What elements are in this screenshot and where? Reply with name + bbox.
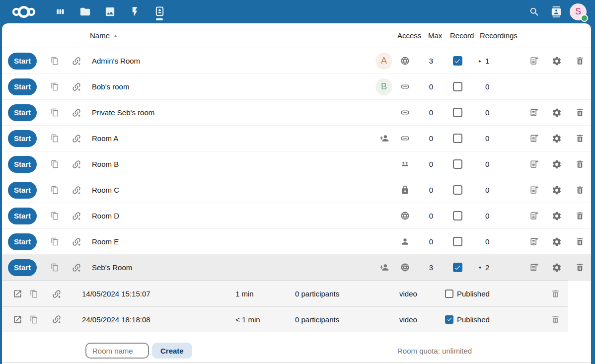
column-header-name[interactable]: Name ▲	[90, 23, 118, 48]
room-recordings-toggle[interactable]: 0	[466, 108, 519, 117]
delete-room-button[interactable]	[568, 203, 591, 228]
delete-room-button[interactable]	[568, 126, 591, 151]
room-settings-button[interactable]	[545, 255, 568, 280]
room-recordings-toggle[interactable]: ▾ 2	[466, 263, 519, 272]
trash-icon[interactable]	[551, 289, 560, 298]
room-recordings-toggle[interactable]: 0	[466, 237, 519, 246]
link-plus-icon[interactable]	[72, 108, 81, 118]
record-checkbox[interactable]	[453, 211, 462, 220]
trash-icon	[575, 237, 585, 246]
record-checkbox[interactable]	[453, 108, 462, 117]
edit-room-button[interactable]	[522, 151, 545, 177]
contacts-button[interactable]	[545, 0, 567, 23]
published-checkbox[interactable]	[445, 290, 453, 298]
record-checkbox[interactable]	[453, 82, 462, 91]
app-dashboard-button[interactable]	[48, 0, 73, 23]
link-plus-icon[interactable]	[52, 289, 62, 299]
recording-date: 14/05/2024 15:15:07	[74, 290, 226, 298]
delete-room-button[interactable]	[568, 255, 591, 280]
delete-room-button[interactable]	[568, 48, 591, 73]
record-checkbox[interactable]	[453, 56, 462, 66]
room-settings-button[interactable]	[545, 177, 568, 203]
edit-room-button[interactable]	[522, 126, 545, 151]
room-settings-button[interactable]	[545, 48, 568, 73]
check-icon	[446, 316, 452, 322]
start-room-button[interactable]: Start	[8, 130, 37, 147]
record-checkbox[interactable]	[453, 237, 462, 246]
room-recordings-toggle[interactable]: 0	[466, 134, 519, 143]
copy-recording-link-icon[interactable]	[30, 315, 38, 324]
room-shared-cell: B	[372, 78, 396, 95]
room-name-input[interactable]	[85, 343, 149, 359]
start-room-button[interactable]: Start	[8, 182, 37, 199]
bbb-app-icon	[154, 6, 165, 17]
copy-room-link-icon[interactable]	[51, 237, 59, 246]
published-checkbox[interactable]	[445, 315, 453, 324]
link-plus-icon[interactable]	[72, 185, 81, 195]
room-recordings-toggle[interactable]: ▸ 1	[466, 57, 519, 65]
copy-room-link-icon[interactable]	[51, 263, 59, 272]
room-settings-button[interactable]	[545, 100, 568, 125]
record-checkbox[interactable]	[453, 185, 462, 195]
open-recording-icon[interactable]	[13, 289, 22, 298]
trash-icon[interactable]	[551, 315, 560, 324]
delete-room-button[interactable]	[568, 229, 591, 254]
copy-room-link-icon[interactable]	[51, 134, 59, 143]
open-recording-icon[interactable]	[13, 315, 22, 324]
record-checkbox[interactable]	[453, 134, 462, 143]
start-room-button[interactable]: Start	[8, 104, 37, 121]
room-settings-button[interactable]	[545, 151, 568, 177]
room-recordings-toggle[interactable]: 0	[466, 212, 519, 220]
delete-room-button[interactable]	[568, 151, 591, 177]
link-plus-icon[interactable]	[72, 263, 81, 273]
app-activity-button[interactable]	[122, 0, 147, 23]
link-plus-icon[interactable]	[52, 314, 62, 324]
start-room-button[interactable]: Start	[8, 259, 37, 276]
search-button[interactable]	[523, 0, 545, 23]
start-room-button[interactable]: Start	[8, 53, 37, 70]
app-files-button[interactable]	[73, 0, 97, 23]
copy-room-link-icon[interactable]	[51, 57, 59, 65]
recordings-toggle-icon: ▸	[479, 58, 484, 64]
room-settings-button[interactable]	[545, 126, 568, 151]
delete-room-button[interactable]	[568, 177, 591, 203]
link-plus-icon[interactable]	[72, 159, 81, 169]
copy-recording-link-icon[interactable]	[30, 290, 38, 298]
copy-room-link-icon[interactable]	[51, 108, 59, 117]
room-recordings-toggle[interactable]: 0	[466, 160, 519, 168]
edit-room-button[interactable]	[522, 100, 545, 125]
record-checkbox[interactable]	[453, 159, 462, 169]
copy-room-link-icon[interactable]	[51, 82, 59, 91]
link-plus-icon[interactable]	[72, 237, 81, 247]
edit-room-button[interactable]	[522, 229, 545, 254]
copy-room-link-icon[interactable]	[51, 160, 59, 168]
edit-room-button[interactable]	[522, 48, 545, 73]
room-access-cell	[396, 237, 414, 246]
start-room-button[interactable]: Start	[8, 208, 37, 224]
edit-room-button[interactable]	[522, 255, 545, 280]
create-room-button[interactable]: Create	[152, 343, 192, 359]
room-recordings-toggle[interactable]: 0	[466, 82, 519, 91]
room-name: Seb's Room	[89, 263, 372, 272]
user-menu-button[interactable]: S	[567, 0, 589, 23]
link-plus-icon[interactable]	[72, 211, 81, 221]
start-room-button[interactable]: Start	[8, 233, 37, 250]
start-room-button[interactable]: Start	[8, 156, 37, 173]
copy-room-link-icon[interactable]	[51, 186, 59, 194]
start-room-button[interactable]: Start	[8, 78, 37, 95]
delete-room-button[interactable]	[568, 100, 591, 125]
record-checkbox[interactable]	[453, 263, 462, 272]
edit-room-button[interactable]	[522, 203, 545, 228]
nextcloud-logo[interactable]	[0, 0, 48, 23]
link-plus-icon[interactable]	[72, 56, 81, 66]
room-recordings-toggle[interactable]: 0	[466, 186, 519, 194]
link-plus-icon[interactable]	[72, 82, 81, 92]
app-photos-button[interactable]	[97, 0, 122, 23]
room-settings-button[interactable]	[545, 229, 568, 254]
link-plus-icon[interactable]	[72, 134, 81, 144]
top-bar: S	[0, 0, 595, 23]
copy-room-link-icon[interactable]	[51, 212, 59, 220]
edit-room-button[interactable]	[522, 177, 545, 203]
room-settings-button[interactable]	[545, 203, 568, 228]
app-bbb-button[interactable]	[147, 0, 172, 23]
